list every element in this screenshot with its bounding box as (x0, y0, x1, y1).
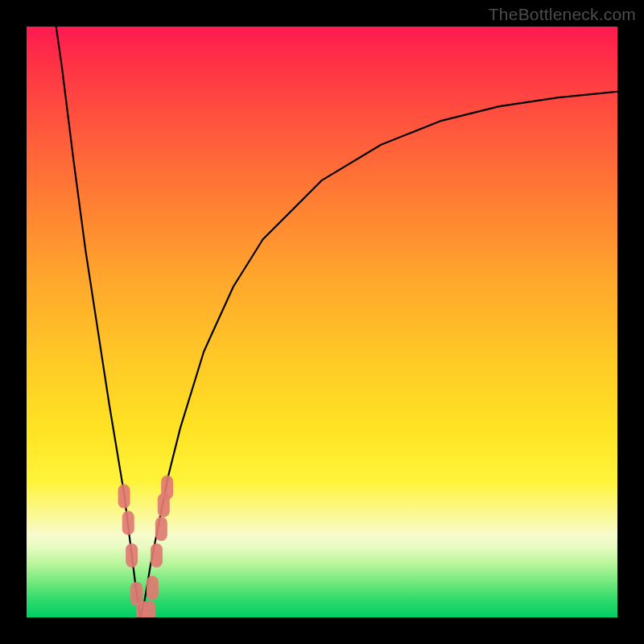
marker-point (118, 485, 130, 509)
attribution-watermark: TheBottleneck.com (489, 5, 636, 24)
marker-point (161, 476, 173, 500)
marker-point (143, 601, 155, 617)
curve-right-branch (140, 92, 617, 617)
marker-point (151, 543, 163, 568)
marker-point (126, 543, 138, 568)
marker-point (147, 576, 159, 600)
chart-frame: TheBottleneck.com (0, 0, 644, 644)
marker-point (122, 511, 134, 535)
marker-point (155, 517, 167, 541)
bottleneck-curve (27, 27, 617, 617)
chart-plot-area (27, 27, 617, 617)
